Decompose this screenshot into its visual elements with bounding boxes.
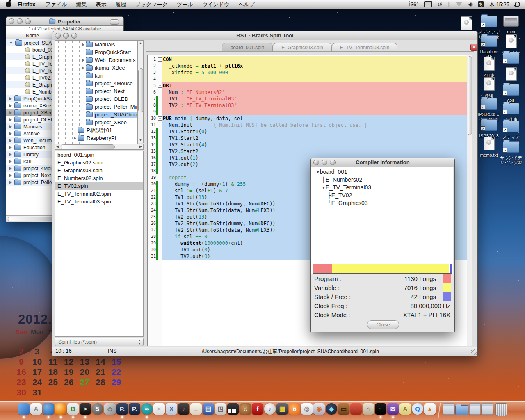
dock-item-firefox[interactable] (55, 403, 66, 415)
code-line-10[interactable]: 10−PUB main | dummy, data, sel (148, 115, 467, 122)
apple-menu-icon[interactable] (6, 2, 11, 7)
tree-item-kari[interactable]: kari (55, 72, 137, 80)
dock-item-vlc[interactable]: ▲ (424, 403, 436, 415)
zoom-button[interactable] (25, 18, 31, 24)
display-menu-icon[interactable] (424, 1, 432, 7)
desktop-icon-mini[interactable]: mini (493, 16, 525, 34)
dock-item-flowerpot[interactable]: * (350, 403, 362, 415)
time-machine-icon[interactable]: ↺ (438, 1, 443, 8)
tree-horizontal-scrollbar[interactable]: ◀ ▶ (55, 144, 144, 150)
dock-item-minimized-window-1[interactable] (443, 403, 454, 415)
tree-item-ikuma_XBee[interactable]: ikuma_XBee (55, 64, 137, 72)
disclosure-right[interactable] (9, 167, 12, 170)
dock-item-propeller-2[interactable]: P. (129, 403, 140, 415)
tree-item-project_4Mouse[interactable]: project_4Mouse (55, 80, 137, 87)
dock-item-propeller-1[interactable]: P. (116, 403, 128, 415)
code-line-1[interactable]: 1−CON (148, 56, 467, 63)
close-button[interactable] (313, 160, 319, 165)
stepper-arrows[interactable]: ▲▼ (138, 339, 141, 345)
code-line-4[interactable]: 4 (148, 76, 467, 82)
tree-vertical-scrollbar[interactable]: ▲ ▼ (137, 40, 144, 143)
tree-expander[interactable]: ▾ (316, 169, 320, 175)
tree-expander[interactable]: ├ (328, 192, 331, 199)
dock-item-minimized-folder[interactable] (455, 403, 468, 415)
close-button-compiler[interactable]: Close (367, 320, 399, 329)
dock-item-audio-app[interactable]: ♪ (178, 403, 189, 415)
scroll-right-arrow[interactable]: ▶ (139, 144, 142, 148)
tab-board_001.spin[interactable]: board_001.spin (222, 43, 273, 51)
disclosure-right[interactable] (9, 104, 12, 107)
dock-item-imovie[interactable]: ▦ (276, 403, 288, 415)
menu-表示[interactable]: 表示 (91, 0, 111, 9)
dock-item-xcode[interactable]: X (166, 403, 177, 415)
dock-item-finder[interactable] (18, 403, 30, 415)
object-tree-item-E_Graphics03[interactable]: └E_Graphics03 (328, 200, 368, 206)
disclosure-right[interactable] (82, 59, 84, 62)
code-line-6[interactable]: 6 Num : "E_Numbers02" (148, 89, 467, 96)
menu-ファイル[interactable]: ファイル (41, 0, 71, 9)
dock-item-orange-pet[interactable]: ö (289, 403, 300, 415)
disclosure-right[interactable] (9, 181, 12, 184)
disclosure-right[interactable] (9, 125, 12, 128)
minimize-button[interactable] (322, 160, 327, 165)
fold-toggle[interactable]: − (158, 84, 162, 88)
file-item-E_TV_Terminal03.spin[interactable]: E_TV_Terminal03.spin (55, 198, 143, 205)
close-button[interactable] (55, 33, 61, 39)
tree-item-project_XBee[interactable]: project_XBee (55, 119, 137, 126)
dock-item-itunes[interactable]: ♪ (264, 403, 276, 415)
disclosure-right[interactable] (9, 111, 12, 114)
disclosure-right[interactable] (9, 153, 12, 156)
scroll-up-arrow[interactable]: ▲ (138, 41, 143, 45)
scroll-down-arrow[interactable]: ▼ (138, 138, 143, 142)
dock-item-notes[interactable]: ≡ (190, 403, 202, 415)
code-line-13[interactable]: 13 TV1.Start2 (148, 135, 467, 142)
zoom-button[interactable] (330, 160, 336, 165)
minimize-button[interactable] (63, 33, 69, 39)
menu-履歴[interactable]: 履歴 (111, 0, 131, 9)
dock-item-gray-sphere-5[interactable]: 5 (92, 403, 103, 415)
menu-ヘルプ[interactable]: ヘルプ (234, 0, 259, 9)
fold-toggle[interactable]: − (158, 116, 162, 121)
object-tree-item-board_001[interactable]: ▾board_001 (316, 169, 347, 175)
disclosure-right[interactable] (9, 160, 12, 163)
dock-item-cube[interactable]: ◇ (104, 403, 116, 415)
toolbar-toggle-button[interactable] (110, 19, 119, 25)
dock-item-home-upload[interactable]: ⌂ (363, 403, 374, 415)
code-line-14[interactable]: 14 TV2.Start1(4) (148, 142, 467, 148)
desktop-icon-サウンドデザイン演習[interactable]: ↗サウンドデザイン演習 (493, 141, 525, 165)
compiler-titlebar[interactable]: Compiler Information (311, 158, 454, 167)
finder-titlebar[interactable]: Propeller (6, 17, 123, 26)
dock-item-trash[interactable] (494, 403, 507, 416)
menu-編集[interactable]: 編集 (72, 0, 91, 9)
tree-item-project_SUACboar[interactable]: project_SUACboar (55, 111, 137, 119)
disclosure-right[interactable] (82, 43, 84, 46)
bluetooth-icon[interactable]: ᛒ (447, 2, 450, 7)
dock-item-purple-mail[interactable]: ✉ (387, 403, 399, 415)
menubar-clock[interactable]: 木 15:25 (489, 1, 509, 8)
tree-item-Manuals[interactable]: Manuals (55, 41, 137, 48)
file-item-E_Numbers02.spin[interactable]: E_Numbers02.spin (55, 174, 143, 182)
file-filter-dropdown[interactable]: Spin Files (*.spin) ▲▼ (55, 338, 144, 346)
code-line-7[interactable]: 7 TV1 : "E_TV_Terminal03" (148, 96, 467, 102)
menu-ウインドウ[interactable]: ウインドウ (198, 0, 234, 9)
dock-item-textedit[interactable]: A (30, 403, 42, 415)
disclosure-right[interactable] (9, 139, 12, 142)
spotlight-icon[interactable] (515, 2, 520, 7)
file-item-board_001.spin[interactable]: board_001.spin (55, 151, 143, 159)
minimize-button[interactable] (17, 18, 23, 24)
temperature-widget[interactable]: TMP 36° (409, 1, 418, 7)
app-menu-firefox[interactable]: Firefox (17, 0, 41, 9)
tree-item-Web_Documents[interactable]: Web_Documents (55, 56, 137, 64)
code-line-9[interactable]: 9 (148, 109, 467, 115)
dock-item-dark-compass[interactable]: ◆ (326, 403, 337, 415)
tree-item-project_Next[interactable]: project_Next (55, 87, 137, 95)
input-method-icon[interactable]: あ (478, 1, 484, 7)
scroll-thumb[interactable] (468, 56, 472, 135)
dock-item-midi-keyboard[interactable] (227, 403, 239, 415)
object-tree-item-E_TV_Terminal03[interactable]: ▾E_TV_Terminal03 (322, 184, 371, 191)
tree-item-PropQuickStart[interactable]: PropQuickStart (55, 48, 137, 56)
scroll-thumb[interactable] (8, 217, 58, 221)
file-item-E_Graphics03.spin[interactable]: E_Graphics03.spin (55, 167, 143, 174)
dock-item-audio-spectrum[interactable]: ~ (375, 403, 386, 415)
scroll-thumb[interactable] (138, 68, 144, 112)
